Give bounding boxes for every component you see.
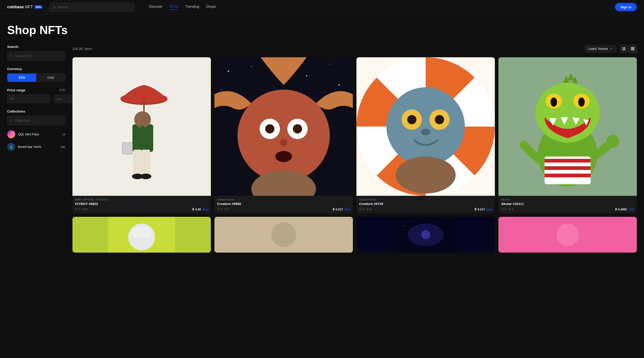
svg-point-37 [330,64,330,65]
navbar: coinbase NFT Beta Discover Shop Trending… [0,0,644,14]
collections-label: Collections [7,109,65,113]
nft-card-body-bbrc: BBRC OFFICIAL - IVY BOYS ✓ IVYBOY #6822 … [72,196,211,213]
sidebar-search-section: Search [7,45,65,61]
eth-icon [474,207,477,211]
price-inputs: : [7,95,65,103]
eth-icon [615,207,617,211]
nft-card-creature1[interactable]: Creature World ✓ Creature #5582 4 2 [214,57,353,213]
svg-point-86 [448,223,448,224]
comment-icon [224,208,227,211]
svg-rect-13 [634,47,634,48]
nft-card-row2-1[interactable] [72,217,211,253]
nft-collection-name-akutar: Akutars ✓ [501,198,634,201]
nft-name-creature2: Creature #5733 [359,202,492,206]
svg-rect-29 [122,143,132,154]
nft-card-row2-3[interactable] [356,217,495,253]
nft-name-bbrc: IVYBOY #6822 [75,202,208,206]
collections-search-wrap[interactable] [7,116,65,125]
eth-button[interactable]: ETH [8,74,36,82]
svg-rect-71 [544,174,590,177]
collection-item-qql[interactable]: QQL Mint Pass 14 [7,128,65,141]
svg-rect-8 [624,47,626,49]
svg-rect-17 [631,50,632,50]
nft-search-input[interactable] [15,54,62,58]
nft-name-creature1: Creature #5582 [217,202,350,206]
nav-trending[interactable]: Trending [185,5,199,10]
sort-dropdown[interactable]: Listed: Recent [585,45,616,53]
nft-collection-name-creature1: Creature World ✓ [217,198,350,201]
svg-point-0 [53,6,56,8]
nft-price-akutar: 0.4852 Buy [615,207,634,211]
svg-point-50 [386,87,465,166]
heart-icon [359,208,362,211]
verified-icon: ✓ [510,198,512,201]
svg-rect-19 [634,50,634,50]
nft-card-row2-4[interactable] [498,217,637,253]
price-min-input[interactable] [7,95,50,103]
svg-point-63 [550,98,557,107]
nft-likes-creature2: 2 [359,208,364,211]
sidebar-search-label: Search [7,45,65,49]
chevron-down-icon [610,47,613,50]
sidebar-currency-section: Currency ETH USD [7,67,65,82]
nft-footer-creature2: 2 0 0.217 Buy [359,207,492,211]
buy-link-bbrc[interactable]: Buy [202,208,208,211]
sidebar-price-section: Price range ETH : [7,88,65,103]
nft-grid: BBRC OFFICIAL - IVY BOYS ✓ IVYBOY #6822 … [72,57,637,253]
nft-image-creature1 [214,57,353,196]
svg-line-1 [55,8,56,8]
nav-discover[interactable]: Discover [149,5,162,10]
nft-collection-name-bbrc: BBRC OFFICIAL - IVY BOYS ✓ [75,198,208,201]
nft-image-row2-1 [72,217,211,253]
svg-rect-24 [133,150,142,175]
buy-link-creature2[interactable]: Buy [486,208,492,211]
heart-icon [217,208,220,211]
verified-icon: ✓ [376,198,378,201]
svg-marker-57 [474,207,477,211]
grid-header: 226,387 items Listed: Recent [72,45,637,53]
signin-button[interactable]: Sign in [615,3,637,11]
collections-search-input[interactable] [15,119,62,122]
nav-search-input[interactable] [58,5,131,9]
svg-point-40 [238,90,330,182]
eth-icon [332,207,335,211]
usd-button[interactable]: USD [36,74,65,82]
svg-point-46 [275,151,292,162]
svg-point-44 [293,124,302,133]
nft-card-body-creature2: Creature World ✓ Creature #5733 2 0 [356,196,495,213]
shop-layout: Search Currency ETH USD Pri [7,45,637,253]
nft-search-wrap[interactable] [7,51,65,61]
svg-rect-9 [622,49,624,50]
page-title: Shop NFTs [7,23,637,37]
buy-link-akutar[interactable]: Buy [628,208,634,211]
svg-point-84 [414,221,415,221]
svg-rect-14 [631,48,632,49]
nft-image-row2-2 [214,217,353,253]
buy-link-creature1[interactable]: Buy [344,208,350,211]
nft-footer-akutar: 2 0 0.4852 Buy [501,207,634,211]
verified-icon: ✓ [42,145,44,148]
nft-card-creature2[interactable]: Creature World ✓ Creature #5733 2 0 [356,57,495,213]
svg-rect-11 [631,47,632,48]
nft-comments-akutar: 0 [508,208,514,211]
svg-point-35 [251,66,252,67]
svg-point-4 [10,120,12,122]
nav-drops[interactable]: Drops [206,5,216,10]
eth-icon [192,207,194,211]
main-content: Shop NFTs Search Currency ETH USD [0,14,644,262]
svg-rect-25 [142,150,150,175]
nft-card-akutar[interactable]: Akutars ✓ Akutar #10111 2 0 [498,57,637,213]
currency-label: Currency [7,67,65,71]
currency-toggle[interactable]: ETH USD [7,73,65,82]
svg-point-64 [578,98,585,107]
svg-rect-15 [632,48,633,49]
nav-shop[interactable]: Shop [170,5,178,10]
nav-search-bar[interactable] [50,3,134,12]
nav-links: Discover Shop Trending Drops [149,5,216,10]
nft-card-bbrc[interactable]: BBRC OFFICIAL - IVY BOYS ✓ IVYBOY #6822 … [72,57,211,213]
nft-footer-bbrc: 2 0 0.26 Buy [75,207,208,211]
nft-card-row2-2[interactable] [214,217,353,253]
collection-item-bayc[interactable]: Bored Ape Yacht ✓ 440 [7,141,65,153]
grid-view-large-btn[interactable] [620,45,628,53]
grid-view-small-btn[interactable] [629,45,637,53]
